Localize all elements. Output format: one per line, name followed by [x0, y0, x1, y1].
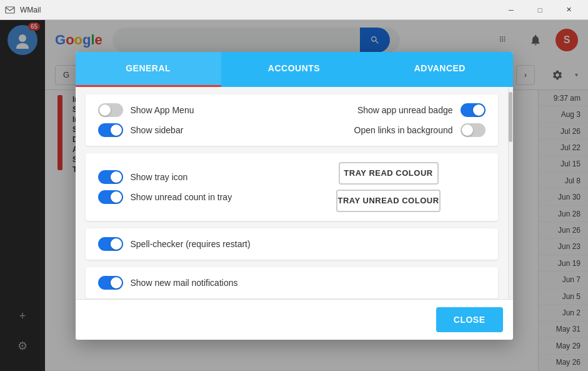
show-unread-count-knob: [111, 191, 122, 203]
open-links-bg-knob: [462, 125, 473, 136]
modal-overlay: GENERAL ACCOUNTS ADVANCED: [0, 20, 588, 371]
svg-rect-0: [6, 7, 14, 13]
show-unread-badge-knob: [473, 104, 484, 116]
show-app-menu-knob: [99, 104, 111, 116]
minimize-button[interactable]: ─: [497, 0, 526, 20]
show-unread-count-item: Show unread count in tray: [98, 190, 292, 204]
titlebar: WMail ─ □ ✕: [0, 0, 588, 20]
show-sidebar-label: Show sidebar: [131, 125, 184, 135]
show-sidebar-toggle[interactable]: [98, 123, 123, 137]
settings-right: Show app unread badge Open links in back…: [292, 103, 486, 137]
show-sidebar-knob: [111, 125, 122, 136]
titlebar-left: WMail: [5, 5, 41, 15]
dialog-tabs: GENERAL ACCOUNTS ADVANCED: [76, 52, 513, 87]
spell-check-knob: [111, 238, 122, 250]
dialog-scrollbar-thumb: [509, 92, 512, 142]
show-unread-count-toggle[interactable]: [98, 190, 123, 204]
dialog-scrollbar[interactable]: [508, 87, 513, 299]
show-sidebar-item: Show sidebar: [98, 123, 292, 137]
notifications-row: Show new mail notifications: [86, 267, 498, 298]
dialog-footer: CLOSE: [76, 299, 513, 340]
tray-settings-left: Show tray icon Show unread count in tray: [98, 170, 292, 204]
window-close-button[interactable]: ✕: [554, 0, 583, 20]
app-options-section: Show App Menu Show sidebar: [86, 94, 498, 146]
show-unread-badge-toggle[interactable]: [461, 103, 486, 117]
notifications-item: Show new mail notifications: [98, 276, 238, 290]
show-app-menu-toggle[interactable]: [98, 103, 123, 117]
notifications-knob: [111, 277, 122, 288]
show-unread-badge-item: Show app unread badge: [357, 103, 486, 117]
show-app-menu-item: Show App Menu: [98, 103, 292, 117]
show-tray-icon-toggle[interactable]: [98, 170, 123, 184]
spell-check-section: Spell-checker (requires restart): [86, 228, 498, 260]
show-unread-count-label: Show unread count in tray: [131, 192, 232, 202]
app-title: WMail: [20, 6, 41, 14]
tab-accounts[interactable]: ACCOUNTS: [221, 52, 367, 87]
tray-options-section: Show tray icon Show unread count in tray: [86, 153, 498, 221]
tray-colour-right: TRAY READ COLOUR TRAY UNREAD COLOUR: [292, 162, 486, 212]
tray-read-colour-button[interactable]: TRAY READ COLOUR: [339, 162, 439, 185]
notifications-toggle[interactable]: [98, 276, 123, 290]
show-unread-badge-label: Show app unread badge: [357, 105, 453, 115]
tray-unread-colour-button[interactable]: TRAY UNREAD COLOUR: [336, 190, 440, 212]
notifications-section: Show new mail notifications: [86, 267, 498, 298]
spell-check-label: Spell-checker (requires restart): [131, 239, 251, 249]
open-links-bg-label: Open links in background: [354, 125, 453, 135]
dialog: GENERAL ACCOUNTS ADVANCED: [76, 52, 513, 340]
app-options-row: Show App Menu Show sidebar: [86, 94, 498, 146]
show-tray-icon-label: Show tray icon: [131, 172, 188, 182]
main-area: 65 + ⚙ Google: [0, 20, 588, 371]
spell-check-item: Spell-checker (requires restart): [98, 237, 251, 251]
app-icon: [5, 5, 15, 15]
spell-check-toggle[interactable]: [98, 237, 123, 251]
tab-advanced[interactable]: ADVANCED: [367, 52, 512, 87]
open-links-bg-toggle[interactable]: [461, 123, 486, 137]
settings-left: Show App Menu Show sidebar: [98, 103, 292, 137]
tray-options-row: Show tray icon Show unread count in tray: [86, 153, 498, 221]
show-tray-icon-item: Show tray icon: [98, 170, 292, 184]
tab-general[interactable]: GENERAL: [76, 52, 221, 87]
titlebar-controls: ─ □ ✕: [497, 0, 583, 20]
dialog-inner: Show App Menu Show sidebar: [76, 87, 513, 299]
close-button[interactable]: CLOSE: [436, 307, 503, 332]
dialog-body: Show App Menu Show sidebar: [76, 87, 508, 299]
maximize-button[interactable]: □: [526, 0, 554, 20]
notifications-label: Show new mail notifications: [131, 278, 238, 288]
spell-check-row: Spell-checker (requires restart): [86, 228, 498, 260]
show-app-menu-label: Show App Menu: [131, 105, 194, 115]
show-tray-icon-knob: [111, 171, 122, 183]
open-links-bg-item: Open links in background: [354, 123, 486, 137]
